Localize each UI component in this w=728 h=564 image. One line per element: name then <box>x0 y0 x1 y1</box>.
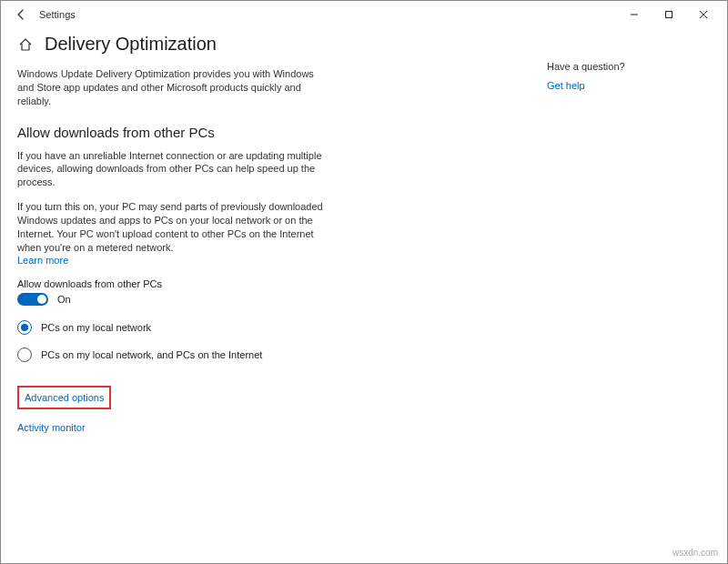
main-content: Delivery Optimization Windows Update Del… <box>17 28 547 563</box>
radio-local-network[interactable]: PCs on my local network <box>17 320 511 335</box>
allow-downloads-toggle[interactable] <box>17 293 48 306</box>
radio-local-and-internet[interactable]: PCs on my local network, and PCs on the … <box>17 347 511 362</box>
window-controls <box>618 2 720 27</box>
section-desc-1: If you have an unreliable Internet conne… <box>17 149 327 190</box>
maximize-button[interactable] <box>652 2 685 27</box>
watermark: wsxdn.com <box>672 548 718 558</box>
radio-unselected-icon <box>17 347 32 362</box>
minimize-button[interactable] <box>618 2 651 27</box>
home-icon[interactable] <box>17 36 34 53</box>
toggle-label: Allow downloads from other PCs <box>17 278 511 289</box>
get-help-link[interactable]: Get help <box>547 80 585 91</box>
aside-question: Have a question? <box>547 61 711 72</box>
aside-panel: Have a question? Get help <box>547 28 711 563</box>
svg-rect-1 <box>666 12 672 18</box>
radio-local-label: PCs on my local network <box>41 322 151 333</box>
section-heading: Allow downloads from other PCs <box>17 125 511 140</box>
toggle-state: On <box>57 294 71 305</box>
page-title: Delivery Optimization <box>45 34 217 55</box>
advanced-options-link[interactable]: Advanced options <box>25 392 104 403</box>
learn-more-link[interactable]: Learn more <box>17 255 68 266</box>
intro-text: Windows Update Delivery Optimization pro… <box>17 67 327 108</box>
activity-monitor-link[interactable]: Activity monitor <box>17 422 511 433</box>
back-button[interactable] <box>8 2 34 27</box>
radio-internet-label: PCs on my local network, and PCs on the … <box>41 349 262 360</box>
radio-selected-icon <box>17 320 32 335</box>
advanced-options-highlight: Advanced options <box>17 386 111 409</box>
titlebar: Settings <box>1 1 727 28</box>
close-button[interactable] <box>687 2 720 27</box>
section-desc-2: If you turn this on, your PC may send pa… <box>17 200 327 267</box>
app-name: Settings <box>39 9 76 20</box>
